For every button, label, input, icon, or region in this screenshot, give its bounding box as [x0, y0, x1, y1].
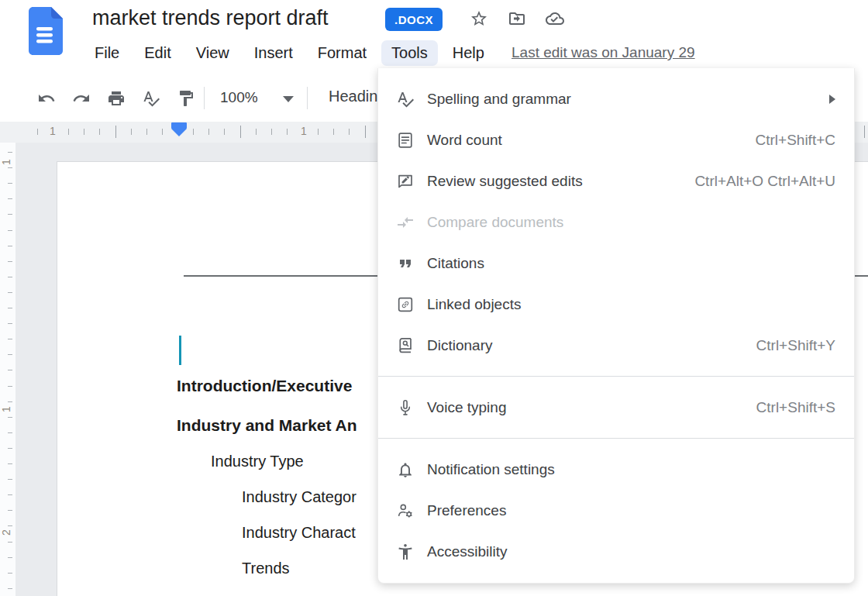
- last-edit-link[interactable]: Last edit was on January 29: [512, 44, 695, 61]
- cloud-saved-icon[interactable]: [546, 9, 566, 29]
- docs-logo-icon[interactable]: [29, 7, 63, 55]
- ruler-tick: [162, 129, 163, 135]
- menu-item-shortcut: Ctrl+Shift+S: [756, 399, 835, 416]
- ruler-tick: [8, 261, 12, 262]
- ruler-tick: [8, 463, 12, 464]
- menu-separator: [378, 376, 854, 377]
- menubar-item-file[interactable]: File: [84, 40, 129, 66]
- ruler-tick: [8, 292, 12, 293]
- ruler-tick: [333, 129, 334, 135]
- ruler-number: 1: [50, 125, 56, 137]
- menu-item-label: Preferences: [427, 502, 506, 519]
- google-docs-window: Introduction/ExecutiveIndustry and Marke…: [0, 0, 868, 596]
- spellcheck-button[interactable]: [140, 87, 163, 110]
- menubar-item-format[interactable]: Format: [308, 40, 377, 66]
- ruler-tick: [8, 354, 12, 355]
- ruler-tick: [84, 129, 84, 135]
- ruler-tick: [8, 230, 12, 231]
- ruler-tick: [208, 129, 209, 135]
- menu-item-review-suggested-edits[interactable]: Review suggested editsCtrl+Alt+O Ctrl+Al…: [378, 160, 854, 202]
- ruler-tick: [8, 370, 12, 370]
- menu-item-preferences[interactable]: Preferences: [378, 490, 854, 531]
- ruler-tick: [224, 129, 225, 135]
- ruler-tick: [115, 126, 116, 138]
- undo-button[interactable]: [35, 87, 58, 110]
- ruler-tick: [146, 129, 147, 135]
- review-edits-icon: [396, 172, 415, 191]
- ruler-tick: [8, 277, 12, 277]
- menubar-item-help[interactable]: Help: [443, 40, 494, 66]
- menu-item-dictionary[interactable]: DictionaryCtrl+Shift+Y: [378, 325, 854, 366]
- compare-icon: [396, 213, 415, 232]
- menu-item-label: Notification settings: [427, 461, 555, 478]
- accessibility-person-icon: [396, 543, 415, 561]
- ruler-tick: [8, 573, 12, 574]
- ruler-tick: [8, 167, 12, 168]
- menu-item-linked-objects[interactable]: Linked objects: [378, 284, 854, 325]
- menu-separator: [378, 438, 854, 439]
- menu-item-label: Compare documents: [427, 214, 563, 231]
- move-to-folder-icon: [508, 9, 526, 28]
- tools-menu-popup: Spelling and grammarWord countCtrl+Shift…: [377, 68, 855, 584]
- document-line: Industry Categor: [242, 488, 356, 506]
- document-line: Trends: [242, 560, 290, 577]
- zoom-select[interactable]: 100%: [220, 89, 258, 106]
- menu-item-label: Linked objects: [427, 296, 521, 313]
- ruler-number: 1: [0, 157, 12, 167]
- document-title[interactable]: market trends report draft: [92, 6, 329, 30]
- menubar-item-edit[interactable]: Edit: [134, 40, 181, 66]
- person-gear-icon: [396, 501, 415, 520]
- menu-item-label: Citations: [427, 255, 484, 272]
- paint-format-button[interactable]: [174, 87, 198, 110]
- docx-badge[interactable]: .DOCX: [385, 8, 443, 31]
- ruler-tick: [318, 129, 319, 135]
- menu-item-notification-settings[interactable]: Notification settings: [378, 449, 854, 490]
- ruler-tick: [8, 557, 12, 558]
- menu-item-citations[interactable]: Citations: [378, 243, 854, 284]
- vertical-ruler: 112: [0, 143, 16, 596]
- ruler-tick: [8, 386, 12, 387]
- redo-button[interactable]: [70, 87, 93, 110]
- ruler-tick: [8, 494, 12, 495]
- redo-icon: [72, 89, 91, 108]
- menu-item-accessibility[interactable]: Accessibility: [378, 531, 854, 572]
- chevron-down-icon[interactable]: [283, 96, 294, 102]
- ruler-tick: [365, 126, 366, 138]
- ruler-tick: [8, 479, 12, 480]
- star-icon: [470, 9, 488, 28]
- undo-icon: [37, 89, 56, 108]
- toolbar-divider: [307, 87, 308, 109]
- move-to-folder-icon[interactable]: [508, 9, 528, 29]
- indent-marker[interactable]: [171, 122, 187, 136]
- star-icon[interactable]: [470, 9, 490, 29]
- print-button[interactable]: [105, 87, 128, 110]
- ruler-tick: [287, 129, 288, 135]
- document-line: Industry and Market An: [177, 416, 357, 435]
- menu-item-shortcut: Ctrl+Shift+C: [756, 132, 835, 149]
- spellcheck-icon: [142, 89, 160, 108]
- toolbar-divider: [204, 87, 205, 109]
- menubar-item-tools[interactable]: Tools: [381, 40, 438, 66]
- bell-icon: [396, 460, 415, 479]
- menu-item-shortcut: Ctrl+Shift+Y: [756, 337, 835, 354]
- menubar-item-view[interactable]: View: [186, 40, 239, 66]
- menu-item-spelling-and-grammar[interactable]: Spelling and grammar: [378, 78, 854, 119]
- menu-item-label: Spelling and grammar: [427, 91, 571, 108]
- ruler-tick: [8, 588, 12, 589]
- menu-item-voice-typing[interactable]: Voice typingCtrl+Shift+S: [378, 387, 854, 428]
- ruler-tick: [8, 339, 12, 339]
- ruler-tick: [864, 126, 865, 138]
- ruler-tick: [349, 129, 350, 135]
- ruler-tick: [8, 308, 12, 308]
- word-count-icon: [396, 131, 415, 150]
- menu-item-shortcut: Ctrl+Alt+O Ctrl+Alt+U: [694, 173, 835, 190]
- menubar-item-insert[interactable]: Insert: [244, 40, 303, 66]
- ruler-tick: [8, 542, 12, 543]
- ruler-tick: [99, 129, 100, 135]
- menu-item-word-count[interactable]: Word countCtrl+Shift+C: [378, 119, 854, 160]
- print-icon: [107, 89, 126, 108]
- ruler-tick: [8, 510, 12, 511]
- ruler-tick: [8, 198, 12, 199]
- ruler-tick: [256, 129, 257, 135]
- ruler-tick: [8, 214, 12, 215]
